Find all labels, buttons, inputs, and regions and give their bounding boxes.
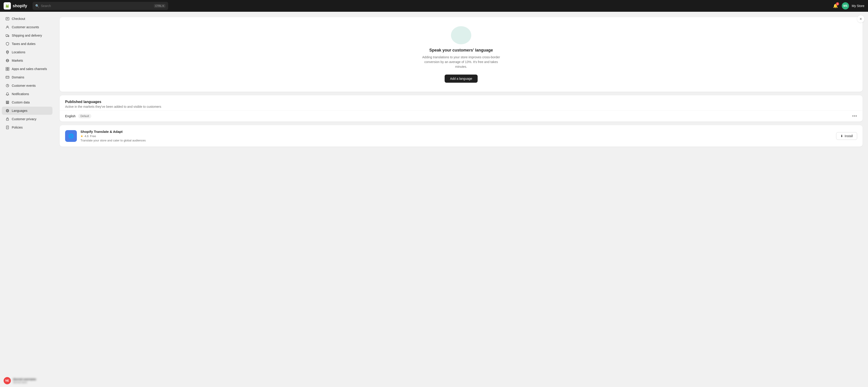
sidebar-item-taxes-duties[interactable]: Taxes and duties: [2, 40, 53, 48]
install-button-label: Install: [844, 134, 853, 138]
search-shortcut: CTRL K: [154, 4, 165, 8]
svg-rect-3: [6, 35, 8, 36]
notification-badge: 1: [836, 2, 839, 5]
promo-description: Adding translations to your store improv…: [418, 55, 504, 69]
sidebar-item-locations[interactable]: Locations: [2, 48, 53, 56]
promo-title: Speak your customers' language: [429, 48, 493, 53]
svg-rect-1: [6, 18, 9, 20]
svg-text:🌐: 🌐: [68, 133, 74, 139]
svg-point-4: [6, 36, 7, 37]
sidebar-item-label-markets: Markets: [12, 59, 23, 62]
checkout-icon: [5, 17, 9, 21]
sidebar-item-label-customer-events: Customer events: [12, 84, 36, 88]
notifications-icon: [5, 92, 9, 96]
app-title: Shopify Translate & Adapt: [81, 130, 833, 133]
sidebar: CheckoutCustomer accountsShipping and de…: [0, 12, 54, 387]
sidebar-item-label-taxes-duties: Taxes and duties: [12, 42, 35, 45]
search-input[interactable]: [41, 4, 152, 8]
app-description: Translate your store and cater to global…: [81, 139, 833, 142]
sidebar-item-custom-data[interactable]: Custom data: [2, 98, 53, 106]
svg-point-6: [7, 51, 8, 53]
app-meta: ★ 4.6 Free: [81, 134, 833, 138]
shipping-delivery-icon: [5, 33, 9, 37]
translate-app-icon: 🌐: [67, 132, 75, 140]
shortcut-k: K: [162, 4, 164, 7]
sidebar-item-languages[interactable]: Languages: [2, 107, 53, 115]
top-navigation: shopify 🔍 CTRL K 🔔 1 MS My Store: [0, 0, 868, 12]
app-rating: 4.6: [85, 134, 89, 138]
sidebar-item-customer-events[interactable]: Customer events: [2, 82, 53, 90]
languages-icon: [5, 109, 9, 113]
customer-events-icon: [5, 84, 9, 88]
sidebar-item-policies[interactable]: Policies: [2, 123, 53, 131]
customer-privacy-icon: [5, 117, 9, 121]
published-languages-header: Published languages Active in the market…: [60, 95, 863, 110]
sidebar-item-label-custom-data: Custom data: [12, 100, 30, 104]
app-card-panel: 🌐 Shopify Translate & Adapt ★ 4.6 Free T…: [60, 125, 863, 147]
app-info: Shopify Translate & Adapt ★ 4.6 Free Tra…: [81, 130, 833, 142]
sidebar-user-avatar: NE: [4, 377, 11, 384]
shortcut-ctrl: CTRL: [155, 4, 162, 7]
locations-icon: [5, 50, 9, 54]
published-languages-title: Published languages: [65, 100, 857, 104]
custom-data-icon: [5, 100, 9, 104]
domains-icon: [5, 75, 9, 79]
sidebar-item-shipping-delivery[interactable]: Shipping and delivery: [2, 31, 53, 39]
language-badge: Default: [78, 114, 91, 118]
sidebar-item-label-languages: Languages: [12, 109, 27, 112]
sidebar-item-apps-sales-channels[interactable]: Apps and sales channels: [2, 65, 53, 73]
sidebar-item-label-policies: Policies: [12, 126, 23, 129]
search-bar[interactable]: 🔍 CTRL K: [33, 2, 168, 10]
main-content: Speak your customers' language Adding tr…: [54, 12, 868, 387]
shopify-logo-text: shopify: [13, 4, 27, 8]
sidebar-item-customer-accounts[interactable]: Customer accounts: [2, 23, 53, 31]
language-name: English: [65, 114, 75, 118]
taxes-duties-icon: [5, 42, 9, 46]
sidebar-item-label-shipping-delivery: Shipping and delivery: [12, 34, 42, 37]
svg-rect-16: [6, 102, 9, 103]
svg-rect-15: [6, 101, 9, 102]
sidebar-item-label-customer-privacy: Customer privacy: [12, 117, 36, 121]
sidebar-user-store: blurred store: [13, 381, 36, 384]
promo-card: Speak your customers' language Adding tr…: [60, 17, 863, 92]
sidebar-item-domains[interactable]: Domains: [2, 73, 53, 81]
sidebar-item-label-locations: Locations: [12, 51, 25, 54]
app-icon: 🌐: [65, 130, 77, 142]
app-price: Free: [90, 134, 96, 138]
topnav-right: 🔔 1 MS My Store: [832, 2, 864, 9]
svg-rect-10: [8, 67, 9, 69]
markets-icon: [5, 59, 9, 63]
download-icon: ⬇: [840, 134, 843, 138]
sidebar-bottom-user: NE blurred username blurred store: [0, 374, 54, 387]
shopify-bag-icon: [4, 2, 11, 9]
shopify-logo[interactable]: shopify: [4, 2, 27, 9]
add-language-button[interactable]: Add a language: [445, 74, 477, 83]
language-more-options-button[interactable]: •••: [852, 114, 857, 118]
promo-illustration: [450, 26, 472, 44]
policies-icon: [5, 125, 9, 129]
apps-sales-channels-icon: [5, 67, 9, 71]
svg-rect-13: [6, 76, 9, 78]
sidebar-item-checkout[interactable]: Checkout: [2, 15, 53, 23]
svg-rect-17: [6, 103, 9, 104]
svg-rect-20: [6, 119, 8, 121]
notifications-button[interactable]: 🔔 1: [832, 2, 839, 9]
sidebar-item-label-checkout: Checkout: [12, 17, 25, 21]
install-button[interactable]: ⬇ Install: [836, 132, 857, 140]
close-button[interactable]: ×: [857, 15, 864, 23]
language-promo-panel: Speak your customers' language Adding tr…: [60, 17, 863, 92]
customer-accounts-icon: [5, 25, 9, 29]
svg-point-5: [8, 36, 9, 37]
sidebar-item-notifications[interactable]: Notifications: [2, 90, 53, 98]
sidebar-item-markets[interactable]: Markets: [2, 57, 53, 65]
store-name: My Store: [852, 4, 864, 8]
app-card: 🌐 Shopify Translate & Adapt ★ 4.6 Free T…: [60, 125, 863, 147]
svg-rect-11: [6, 69, 7, 70]
globe-illustration: [451, 26, 471, 44]
star-icon: ★: [81, 134, 83, 138]
user-avatar[interactable]: MS: [842, 2, 849, 9]
languages-list: EnglishDefault•••: [60, 110, 863, 122]
sidebar-item-customer-privacy[interactable]: Customer privacy: [2, 115, 53, 123]
sidebar-item-label-domains: Domains: [12, 75, 24, 79]
sidebar-item-label-apps-sales-channels: Apps and sales channels: [12, 67, 47, 71]
